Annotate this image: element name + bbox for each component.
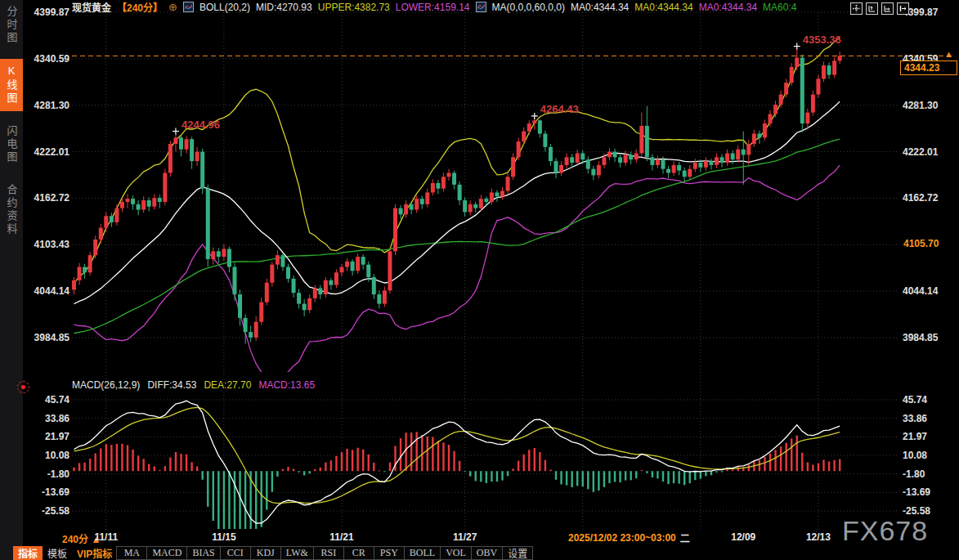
toolbar-item-kdj[interactable]: KDJ (250, 546, 281, 560)
sidebar-item-contract-info[interactable]: 合约资料 (0, 178, 23, 242)
macd-tick-label: 21.97 (25, 432, 69, 442)
price-tick-label: 3984.85 (903, 333, 938, 343)
macd-tick-label: 21.97 (903, 432, 927, 442)
price-pointer-icon[interactable]: ▲ (944, 49, 953, 59)
price-tick-label: 4103.43 (25, 240, 69, 250)
price-tick-label: 4281.30 (25, 101, 69, 111)
price-annotations: 4244.964264.434353.36 (173, 34, 841, 135)
overlay-lines (74, 38, 840, 379)
date-tick-label: 12/09 (725, 531, 761, 543)
boll-label: BOLL(20,2) (199, 2, 250, 13)
ma60-green-value: MA60:4 (763, 2, 796, 13)
date-tick-label: 12/13 (800, 531, 836, 543)
shift-right-icon[interactable] (897, 2, 909, 15)
toolbar-item-boll[interactable]: BOLL (404, 546, 441, 560)
macd-tick-label: -25.58 (25, 506, 69, 517)
boll-lower-value: LOWER:4159.14 (396, 2, 470, 13)
macd-tick-label: -1.80 (903, 469, 925, 480)
price-tick-label: 4222.01 (903, 147, 938, 158)
ma0-magenta-value: MA0:4344.34 (699, 2, 757, 13)
chart-window: 分时图 K线图 闪电图 合约资料 现货黄金 【240分】 ⊕ BOLL(20,2… (0, 0, 959, 560)
macd-tick-label: 10.08 (903, 450, 927, 461)
pan-tool-icon[interactable] (850, 2, 863, 15)
date-axis: 240分 ▲ 2025/12/02 23:00~03:00 二 11/1111/… (0, 530, 959, 546)
fit-horizontal-icon[interactable] (881, 2, 894, 15)
price-tick-label: 4044.14 (903, 286, 938, 297)
current-price-box: 4344.23 (900, 60, 957, 75)
fit-vertical-icon[interactable] (866, 2, 878, 15)
toolbar-item-obv[interactable]: OBV (471, 546, 503, 560)
price-tick-label: 4222.01 (25, 147, 69, 158)
boll-mid-value: MID:4270.93 (256, 2, 312, 13)
date-tick-label: 11/21 (324, 531, 360, 543)
ma-chart-icon[interactable] (476, 2, 486, 12)
date-tick-label: 11/15 (206, 531, 242, 543)
macd-diff-value: DIFF:34.53 (147, 379, 196, 391)
macd-tick-label: 45.74 (903, 395, 927, 405)
indicator-toolbar: 指标模板VIP指标MAMACDBIASCCIKDJLW&RSICRPSYBOLL… (13, 546, 533, 560)
toolbar-item-[interactable]: 指标 (13, 546, 43, 560)
svg-text:4264.43: 4264.43 (540, 103, 579, 115)
secondary-price-box: 4105.70 (900, 237, 954, 250)
macd-tick-label: 45.74 (25, 395, 69, 405)
toolbar-item-vip[interactable]: VIP指标 (72, 546, 117, 560)
price-tick-label: 3984.85 (25, 333, 69, 343)
toolbar-item-[interactable]: 设置 (502, 546, 533, 560)
macd-tick-label: -13.69 (25, 487, 69, 498)
date-tick-label: 11/11 (88, 531, 124, 543)
toolbar-item-cr[interactable]: CR (343, 546, 374, 560)
sidebar-item-lightning[interactable]: 闪电图 (0, 119, 23, 170)
sidebar-item-kline[interactable]: K线图 (0, 59, 23, 111)
ma-label: MA(0,0,0,60,0,0) (492, 2, 565, 13)
alert-icon[interactable] (17, 381, 29, 393)
toolbar-item-macd[interactable]: MACD (146, 546, 187, 560)
chart-tool-icons (850, 2, 909, 15)
macd-macd-value: MACD:13.65 (258, 379, 315, 391)
svg-text:4353.36: 4353.36 (803, 34, 841, 46)
macd-dea-value: DEA:27.70 (204, 379, 251, 391)
price-tick-label: 4399.87 (25, 7, 69, 18)
date-tick-label: 11/27 (447, 531, 483, 543)
sidebar: 分时图 K线图 闪电图 合约资料 (0, 0, 23, 560)
sidebar-item-timeshare[interactable]: 分时图 (0, 0, 23, 51)
boll-chart-icon[interactable] (183, 2, 194, 12)
watermark: FX678 (842, 515, 928, 547)
boll-upper-value: UPPER:4382.73 (318, 2, 390, 13)
price-tick-label: 4044.14 (25, 286, 69, 297)
toolbar-item-bias[interactable]: BIAS (186, 546, 220, 560)
macd-tick-label: -1.80 (25, 469, 69, 480)
symbol-name: 现货黄金 (72, 0, 111, 14)
toolbar-item-cci[interactable]: CCI (220, 546, 251, 560)
toolbar-item-[interactable]: 模板 (43, 546, 72, 560)
price-tick-label: 4281.30 (903, 101, 938, 111)
price-tick-label: 4162.72 (25, 193, 69, 204)
hovered-bar-tooltip: 2025/12/02 23:00~03:00 二 (562, 531, 696, 544)
toolbar-item-lw[interactable]: LW& (280, 546, 314, 560)
ma0-white-value: MA0:4344.34 (571, 2, 629, 13)
magnet-icon[interactable]: ⊕ (168, 1, 177, 13)
macd-header: MACD(26,12,9) DIFF:34.53 DEA:27.70 MACD:… (72, 379, 315, 391)
toolbar-item-rsi[interactable]: RSI (313, 546, 344, 560)
toolbar-item-vol[interactable]: VOL (440, 546, 472, 560)
toolbar-item-ma[interactable]: MA (116, 546, 147, 560)
price-tick-label: 4162.72 (903, 193, 938, 204)
main-chart[interactable]: 4244.964264.434353.36 (0, 0, 959, 560)
period-label[interactable]: 【240分】 (117, 0, 163, 14)
macd-tick-label: 33.86 (25, 414, 69, 424)
macd-layer (73, 401, 840, 549)
macd-tick-label: -13.69 (903, 487, 930, 498)
toolbar-item-psy[interactable]: PSY (374, 546, 405, 560)
macd-tick-label: 10.08 (25, 450, 69, 461)
macd-tick-label: 33.86 (903, 414, 927, 424)
price-tick-label: 4340.59 (25, 54, 69, 65)
ma0-yellow-value: MA0:4344.34 (634, 2, 692, 13)
macd-params-label: MACD(26,12,9) (72, 379, 140, 391)
svg-text:4244.96: 4244.96 (181, 119, 220, 131)
indicator-header: 现货黄金 【240分】 ⊕ BOLL(20,2) MID:4270.93 UPP… (72, 1, 796, 13)
candles-layer (72, 49, 842, 344)
